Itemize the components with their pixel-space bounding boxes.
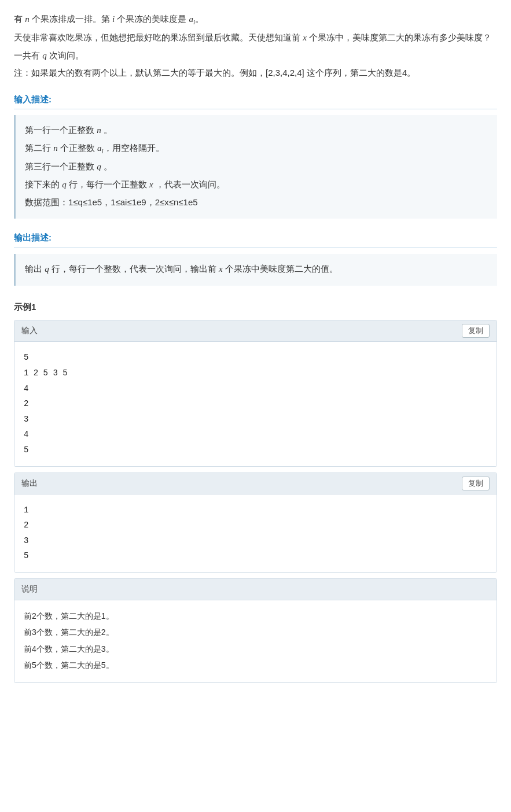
problem-line-1: 有 n 个果冻排成一排。第 i 个果冻的美味度是 ai。: [14, 12, 497, 28]
explanation-line-3: 前4个数，第二大的是3。: [24, 641, 487, 657]
input-line-5: 数据范围：1≤q≤1e5，1≤ai≤1e9，2≤x≤n≤1e5: [25, 194, 488, 210]
explanation-block: 说明 前2个数，第二大的是1。 前3个数，第二大的是2。 前4个数，第二大的是3…: [14, 578, 497, 683]
problem-description: 有 n 个果冻排成一排。第 i 个果冻的美味度是 ai。 天使非常喜欢吃果冻，但…: [14, 12, 497, 80]
problem-line-2: 天使非常喜欢吃果冻，但她想把最好吃的果冻留到最后收藏。天使想知道前 x 个果冻中…: [14, 30, 497, 46]
input-header: 输入 复制: [14, 320, 497, 342]
input-query-3: 4: [24, 427, 487, 442]
problem-line-4: 注：如果最大的数有两个以上，默认第二大的等于最大的。例如，[2,3,4,2,4]…: [14, 65, 497, 80]
output-line-1: 1: [24, 503, 487, 518]
input-line-q: 4: [24, 381, 487, 397]
output-line-3: 3: [24, 533, 487, 549]
input-desc-box: 第一行一个正整数 n 。 第二行 n 个正整数 ai，用空格隔开。 第三行一个正…: [14, 115, 497, 219]
output-copy-button[interactable]: 复制: [462, 477, 490, 490]
explanation-content: 前2个数，第二大的是1。 前3个数，第二大的是2。 前4个数，第二大的是3。 前…: [14, 600, 497, 682]
output-desc-title: 输出描述:: [14, 230, 497, 248]
input-line-4: 接下来的 q 行，每行一个正整数 x ，代表一次询问。: [25, 176, 488, 193]
input-query-4: 5: [24, 442, 487, 458]
input-line-3: 第三行一个正整数 q 。: [25, 158, 488, 175]
output-desc-box: 输出 q 行，每行一个整数，代表一次询问，输出前 x 个果冻中美味度第二大的值。: [14, 254, 497, 286]
input-line-1: 第一行一个正整数 n 。: [25, 122, 488, 138]
input-line-2: 第二行 n 个正整数 ai，用空格隔开。: [25, 140, 488, 157]
input-label: 输入: [21, 324, 38, 338]
output-content: 1 2 3 5: [14, 494, 497, 572]
example-title: 示例1: [14, 300, 497, 315]
explanation-line-2: 前3个数，第二大的是2。: [24, 625, 487, 640]
input-line-array: 1 2 5 3 5: [24, 366, 487, 381]
explanation-line-1: 前2个数，第二大的是1。: [24, 608, 487, 624]
output-block: 输出 复制 1 2 3 5: [14, 473, 497, 573]
output-line-4: 5: [24, 548, 487, 564]
input-copy-button[interactable]: 复制: [462, 324, 490, 338]
explanation-line-4: 前5个数，第二大的是5。: [24, 658, 487, 673]
explanation-header: 说明: [14, 579, 497, 600]
input-content: 5 1 2 5 3 5 4 2 3 4 5: [14, 342, 497, 466]
input-desc-title: 输入描述:: [14, 92, 497, 110]
input-query-2: 3: [24, 412, 487, 427]
output-line-2: 2: [24, 518, 487, 533]
output-header: 输出 复制: [14, 473, 497, 494]
output-label: 输出: [21, 477, 38, 490]
input-line-n: 5: [24, 350, 487, 366]
input-block: 输入 复制 5 1 2 5 3 5 4 2 3 4 5: [14, 320, 497, 466]
problem-line-3: 一共有 q 次询问。: [14, 48, 497, 64]
output-line-1: 输出 q 行，每行一个整数，代表一次询问，输出前 x 个果冻中美味度第二大的值。: [25, 261, 488, 277]
input-query-1: 2: [24, 396, 487, 412]
